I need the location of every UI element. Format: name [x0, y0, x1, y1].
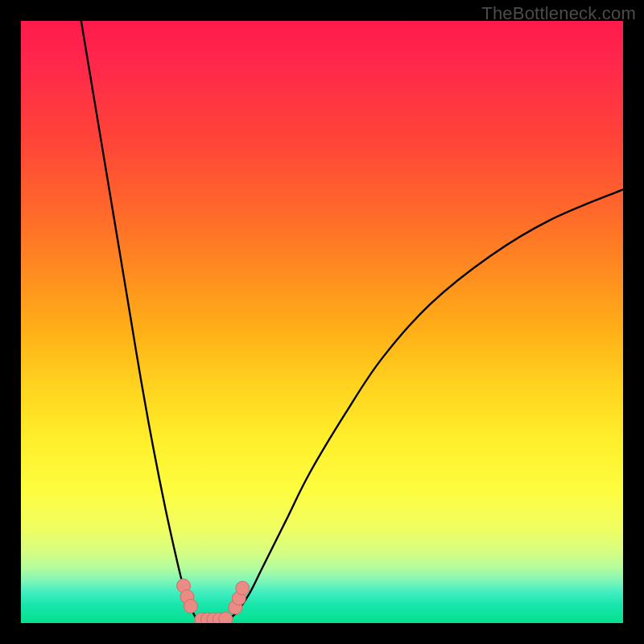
chart-svg: [21, 21, 623, 623]
watermark-text: TheBottleneck.com: [481, 3, 636, 24]
data-marker: [184, 600, 197, 613]
curve-group: [81, 21, 623, 623]
data-marker: [219, 612, 233, 623]
bottleneck-curve: [81, 21, 623, 623]
markers-group: [176, 579, 249, 623]
chart-frame: TheBottleneck.com: [0, 0, 644, 644]
data-marker: [236, 581, 250, 595]
plot-area: [21, 21, 623, 623]
